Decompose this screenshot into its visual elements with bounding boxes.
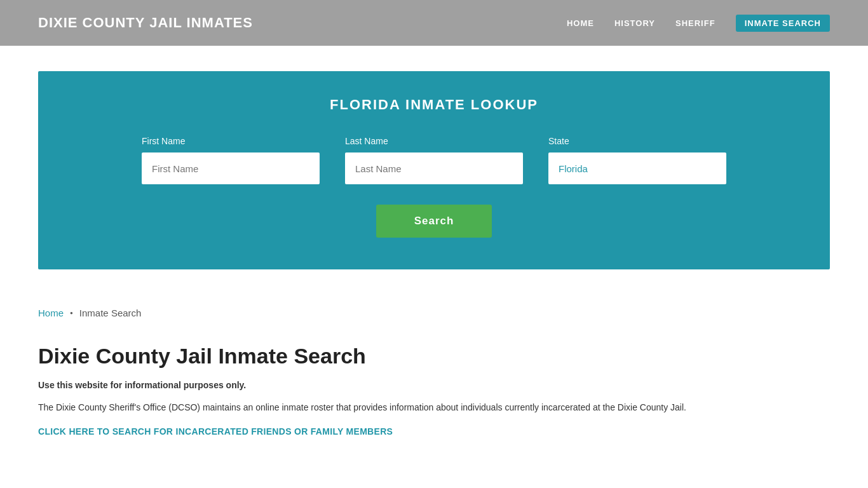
page-heading: Dixie County Jail Inmate Search (38, 344, 830, 369)
nav-history[interactable]: HISTORY (614, 18, 655, 28)
search-button[interactable]: Search (376, 205, 492, 238)
first-name-label: First Name (142, 136, 320, 146)
last-name-input[interactable] (345, 152, 523, 184)
state-label: State (548, 136, 726, 146)
info-text-bold: Use this website for informational purpo… (38, 380, 830, 390)
nav-home[interactable]: HOME (567, 18, 594, 28)
last-name-label: Last Name (345, 136, 523, 146)
cta-search-link[interactable]: CLICK HERE to Search for Incarcerated Fr… (38, 426, 393, 437)
site-title: DIXIE COUNTY JAIL INMATES (38, 15, 253, 31)
search-button-row: Search (76, 205, 792, 238)
search-panel-title: FLORIDA INMATE LOOKUP (76, 97, 792, 113)
breadcrumb-home-link[interactable]: Home (38, 308, 64, 318)
main-content: Dixie County Jail Inmate Search Use this… (0, 331, 868, 463)
state-select[interactable]: Florida (548, 152, 726, 184)
breadcrumb: Home ● Inmate Search (0, 295, 868, 331)
main-nav: HOME HISTORY SHERIFF INMATE SEARCH (567, 15, 830, 32)
site-header: DIXIE COUNTY JAIL INMATES HOME HISTORY S… (0, 0, 868, 46)
florida-inmate-lookup-panel: FLORIDA INMATE LOOKUP First Name Last Na… (38, 71, 830, 269)
search-form-row: First Name Last Name State Florida (76, 136, 792, 184)
nav-inmate-search[interactable]: INMATE SEARCH (736, 15, 830, 32)
last-name-group: Last Name (345, 136, 523, 184)
first-name-input[interactable] (142, 152, 320, 184)
info-paragraph: The Dixie County Sheriff's Office (DCSO)… (38, 400, 705, 414)
state-group: State Florida (548, 136, 726, 184)
breadcrumb-current-page: Inmate Search (79, 308, 142, 318)
breadcrumb-separator: ● (70, 310, 73, 316)
first-name-group: First Name (142, 136, 320, 184)
nav-sheriff[interactable]: SHERIFF (675, 18, 715, 28)
